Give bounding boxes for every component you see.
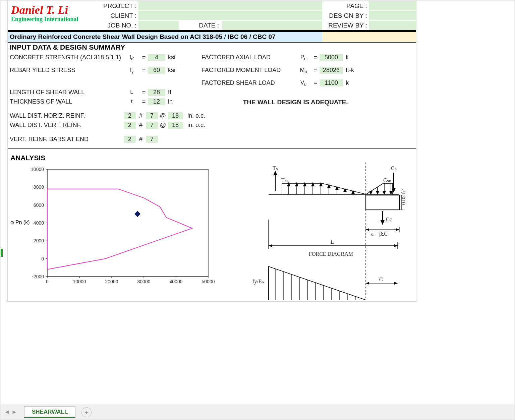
doc-title: Ordinary Reinforced Concrete Shear Wall … [8,32,322,43]
mu-unit: ft-k [343,67,359,74]
thickness-label: THICKNESS OF WALL [10,98,124,105]
fy-unit: ksi [165,67,181,74]
designby-label: DESIGN BY : [322,12,369,19]
input-body: CONCRETE STRENGTH (ACI 318 5.1.1) fc' = … [8,52,416,146]
sheet-tab-shearwall[interactable]: SHEARWALL [24,406,75,418]
svg-text:4000: 4000 [34,220,44,226]
svg-marker-69 [390,191,392,194]
jobno-label: JOB NO. : [98,22,138,29]
horiz-reinf-label: WALL DIST. HORIZ. REINF. [10,112,124,119]
pu-label: FACTORED AXIAL LOAD [202,54,295,61]
fc-symbol: fc' [124,54,140,61]
svg-text:Cₛ: Cₛ [391,165,397,171]
L-value[interactable]: 28 [148,89,165,96]
svg-text:20000: 20000 [105,279,118,284]
client-field[interactable] [138,11,322,20]
svg-text:8000: 8000 [34,184,44,190]
svg-marker-65 [376,191,379,194]
project-field[interactable] [138,1,322,10]
svg-text:0: 0 [41,256,44,261]
svg-text:2000: 2000 [34,238,44,243]
svg-text:a  =  β₁C: a = β₁C [371,231,388,237]
jobno-field[interactable] [138,21,179,30]
svg-marker-27 [134,211,140,217]
chart-svg: -200002000400060008000100000100002000030… [10,163,218,297]
vr-a[interactable]: 2 [124,122,136,129]
hr-unit: in. o.c. [183,112,205,119]
worksheet: Daniel T. Li Engineering International P… [7,1,416,302]
section-input-heading: INPUT DATA & DESIGN SUMMARY [8,43,416,52]
hr-b[interactable]: 7 [146,112,158,119]
force-diagram-svg: Tₛ Cₛ Tₛ₁ Cₛₙ [238,163,413,300]
page-label: PAGE : [322,2,369,10]
vu-unit: k [343,79,359,86]
L-symbol: L [124,89,140,96]
svg-marker-76 [381,220,385,225]
fc-value[interactable]: 4 [148,54,165,61]
svg-marker-86 [394,244,398,247]
reviewby-label: REVIEW BY : [322,22,369,29]
vr-b[interactable]: 7 [146,122,158,129]
pu-unit: k [343,54,359,61]
hr-a[interactable]: 2 [124,112,136,119]
adequacy-result: THE WALL DESIGN IS ADEQUATE. [202,97,389,107]
add-sheet-button[interactable]: ＋ [81,407,92,417]
L-unit: ft [165,89,181,96]
fy-label: REBAR YIELD STRESS [10,67,124,74]
fy-value[interactable]: 60 [148,67,165,74]
eb-a[interactable]: 2 [124,136,136,143]
svg-text:Tₛ₁: Tₛ₁ [281,177,289,183]
svg-text:30000: 30000 [137,279,151,284]
analysis-section: ANALYSIS φ Pn (k) -200002000400060008000… [8,149,416,301]
page-field[interactable] [369,1,416,10]
svg-marker-63 [369,191,372,194]
svg-marker-34 [392,188,396,193]
svg-text:10000: 10000 [31,167,44,172]
hr-c[interactable]: 18 [168,112,183,119]
sheet-tabs-bar: ◄ ► SHEARWALL ＋ [1,405,514,419]
svg-text:6000: 6000 [34,202,44,208]
pu-value[interactable]: 5000 [320,54,343,61]
tab-prev-icon[interactable]: ◄ [4,409,10,416]
reviewby-field[interactable] [369,21,416,30]
vert-reinf-label: WALL DIST. VERT. REINF. [10,122,124,129]
vu-symbol: Vu [295,79,311,86]
concrete-strength-label: CONCRETE STRENGTH (ACI 318 5.1.1) [10,54,124,61]
svg-marker-31 [273,171,277,175]
svg-marker-80 [396,228,399,231]
svg-text:40000: 40000 [170,279,183,284]
equals: = [140,54,148,61]
designby-field[interactable] [369,11,416,20]
svg-rect-0 [47,169,208,277]
fy-symbol: fy [124,67,140,73]
t-unit: in [165,98,181,105]
svg-marker-67 [383,191,386,194]
mu-label: FACTORED MOMENT LOAD [202,67,295,74]
svg-text:C: C [379,277,383,282]
eb-b[interactable]: 7 [146,136,158,143]
date-field[interactable] [222,21,322,30]
svg-marker-105 [394,282,398,285]
title-yellow-field[interactable] [322,32,416,43]
svg-text:-2000: -2000 [32,274,44,279]
at-symbol: @ [158,112,168,119]
vu-value[interactable]: 1100 [320,79,343,86]
svg-text:L: L [331,239,334,245]
svg-text:50000: 50000 [202,279,215,284]
mu-value[interactable]: 28026 [320,67,343,74]
tab-next-icon[interactable]: ► [11,409,17,416]
vr-unit: in. o.c. [183,122,205,129]
t-value[interactable]: 12 [148,98,165,105]
section-analysis-heading: ANALYSIS [10,153,413,163]
svg-marker-79 [366,228,369,231]
svg-text:Cₛₙ: Cₛₙ [383,177,391,183]
vr-c[interactable]: 18 [168,122,183,129]
hash: # [136,112,146,119]
svg-rect-70 [366,195,399,210]
header-right: PAGE : DESIGN BY : REVIEW BY : [322,1,416,30]
fc-unit: ksi [165,54,181,61]
header: Daniel T. Li Engineering International P… [8,1,416,32]
svg-text:0: 0 [46,279,49,284]
project-label: PROJECT : [98,2,138,10]
interaction-chart: φ Pn (k) -200002000400060008000100000100… [10,163,225,300]
